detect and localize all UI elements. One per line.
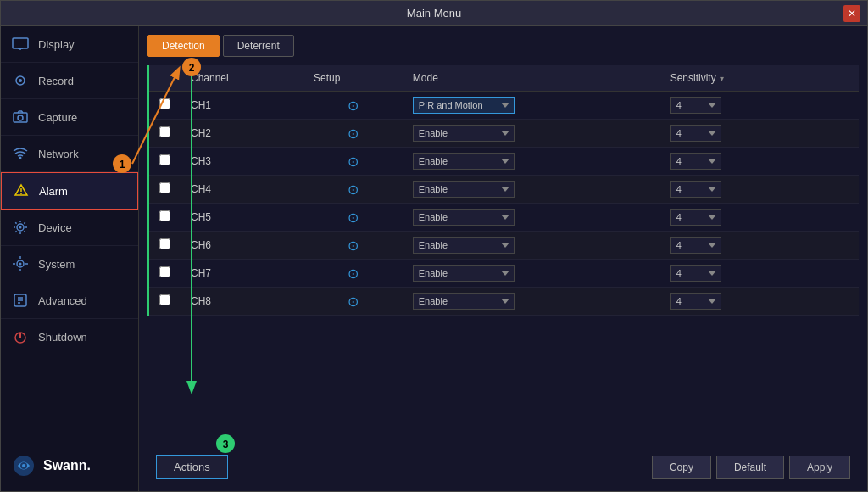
- setup-button-ch7[interactable]: ⊙: [303, 260, 403, 288]
- svg-point-9: [20, 193, 22, 194]
- display-icon: [11, 35, 30, 53]
- col-mode: Mode: [403, 65, 660, 92]
- mode-select-ch5[interactable]: PIR and MotionEnableDisable: [413, 209, 515, 226]
- sensitivity-select-ch1[interactable]: 123456: [670, 97, 721, 114]
- table-row: CH6⊙PIR and MotionEnableDisable123456: [148, 232, 859, 260]
- sidebar-item-advanced[interactable]: Advanced: [1, 282, 138, 319]
- svg-point-7: [19, 157, 22, 159]
- mode-select-ch3[interactable]: PIR and MotionEnableDisable: [413, 153, 515, 170]
- setup-button-ch4[interactable]: ⊙: [303, 176, 403, 204]
- channel-label-ch5: CH5: [181, 204, 303, 232]
- sensitivity-select-ch4[interactable]: 123456: [670, 181, 721, 198]
- extra-cell: [815, 260, 859, 288]
- sidebar-label-shutdown: Shutdown: [38, 331, 87, 344]
- mode-select-ch1[interactable]: PIR and MotionEnableDisable: [413, 97, 515, 114]
- apply-button[interactable]: Apply: [789, 456, 850, 479]
- svg-point-13: [19, 263, 22, 266]
- col-checkbox: [148, 65, 181, 92]
- mode-select-ch7[interactable]: PIR and MotionEnableDisable: [413, 265, 515, 282]
- checkbox-ch5[interactable]: [159, 210, 170, 221]
- sidebar-label-system: System: [38, 258, 75, 271]
- close-button[interactable]: ✕: [843, 5, 860, 22]
- record-icon: [11, 71, 30, 90]
- setup-button-ch5[interactable]: ⊙: [303, 204, 403, 232]
- sensitivity-select-ch2[interactable]: 123456: [670, 125, 721, 142]
- extra-cell: [815, 288, 859, 316]
- table-row: CH3⊙PIR and MotionEnableDisable123456: [148, 148, 859, 176]
- channel-label-ch1: CH1: [181, 92, 303, 120]
- channel-label-ch2: CH2: [181, 120, 303, 148]
- channel-label-ch7: CH7: [181, 260, 303, 288]
- sidebar-item-record[interactable]: Record: [1, 63, 138, 99]
- sensitivity-select-ch7[interactable]: 123456: [670, 265, 721, 282]
- mode-select-ch6[interactable]: PIR and MotionEnableDisable: [413, 237, 515, 254]
- checkbox-ch6[interactable]: [159, 238, 170, 249]
- sensitivity-select-ch5[interactable]: 123456: [670, 209, 721, 226]
- setup-button-ch2[interactable]: ⊙: [303, 120, 403, 148]
- channels-table: Channel Setup Mode Sensitivity ▾: [147, 65, 859, 316]
- advanced-icon: [11, 291, 30, 310]
- extra-cell: [815, 148, 859, 176]
- mode-select-ch4[interactable]: PIR and MotionEnableDisable: [413, 181, 515, 198]
- mode-select-ch8[interactable]: PIR and MotionEnableDisable: [413, 293, 515, 310]
- default-button[interactable]: Default: [716, 456, 784, 479]
- sidebar-item-capture[interactable]: Capture: [1, 99, 138, 136]
- sensitivity-select-ch6[interactable]: 123456: [670, 237, 721, 254]
- checkbox-ch1[interactable]: [159, 98, 170, 109]
- brand-logo: Swann.: [1, 440, 138, 491]
- copy-button[interactable]: Copy: [652, 456, 711, 479]
- actions-button[interactable]: Actions: [156, 455, 228, 479]
- checkbox-ch8[interactable]: [159, 294, 170, 305]
- sidebar-item-shutdown[interactable]: Shutdown: [1, 319, 138, 355]
- table-row: CH1⊙PIR and MotionEnableDisable123456: [148, 92, 859, 120]
- table-row: CH8⊙PIR and MotionEnableDisable123456: [148, 288, 859, 316]
- extra-cell: [815, 120, 859, 148]
- network-icon: [11, 144, 30, 163]
- col-sensitivity: Sensitivity ▾: [660, 65, 816, 92]
- checkbox-ch3[interactable]: [159, 154, 170, 165]
- sidebar-item-display[interactable]: Display: [1, 26, 138, 63]
- sidebar-item-alarm[interactable]: Alarm: [1, 172, 138, 210]
- checkbox-ch4[interactable]: [159, 182, 170, 193]
- extra-cell: [815, 232, 859, 260]
- sidebar-item-device[interactable]: Device: [1, 210, 138, 246]
- sidebar-label-record: Record: [38, 75, 74, 87]
- tab-detection[interactable]: Detection: [147, 35, 220, 57]
- col-setup: Setup: [303, 65, 403, 92]
- sidebar-label-network: Network: [38, 148, 79, 160]
- svg-rect-0: [13, 38, 28, 48]
- table-row: CH4⊙PIR and MotionEnableDisable123456: [148, 176, 859, 204]
- extra-cell: [815, 92, 859, 120]
- setup-button-ch8[interactable]: ⊙: [303, 288, 403, 316]
- svg-point-4: [19, 79, 22, 82]
- channel-label-ch3: CH3: [181, 148, 303, 176]
- table-row: CH7⊙PIR and MotionEnableDisable123456: [148, 260, 859, 288]
- setup-button-ch1[interactable]: ⊙: [303, 92, 403, 120]
- sidebar-label-advanced: Advanced: [38, 294, 87, 307]
- tab-deterrent[interactable]: Deterrent: [223, 35, 294, 57]
- brand-name: Swann.: [43, 458, 91, 473]
- sensitivity-select-ch8[interactable]: 123456: [670, 293, 721, 310]
- sidebar-label-capture: Capture: [38, 111, 77, 124]
- channel-label-ch8: CH8: [181, 288, 303, 316]
- checkbox-ch2[interactable]: [159, 126, 170, 137]
- sidebar-item-network[interactable]: Network: [1, 136, 138, 172]
- capture-icon: [11, 108, 30, 126]
- sensitivity-select-ch3[interactable]: 123456: [670, 153, 721, 170]
- sidebar-item-system[interactable]: System: [1, 246, 138, 282]
- svg-point-6: [18, 115, 23, 120]
- sidebar: Display Record Capture Network: [1, 26, 139, 491]
- table-row: CH2⊙PIR and MotionEnableDisable123456: [148, 120, 859, 148]
- setup-button-ch3[interactable]: ⊙: [303, 148, 403, 176]
- col-extra: [815, 65, 859, 92]
- action-buttons: Copy Default Apply: [652, 456, 850, 479]
- window-title: Main Menu: [407, 7, 461, 20]
- mode-select-ch2[interactable]: PIR and MotionEnableDisable: [413, 125, 515, 142]
- channels-table-container: Channel Setup Mode Sensitivity ▾: [147, 65, 859, 448]
- device-icon: [11, 218, 30, 237]
- main-panel: Detection Deterrent Channel Setup Mode: [139, 26, 867, 491]
- extra-cell: [815, 204, 859, 232]
- checkbox-ch7[interactable]: [159, 266, 170, 277]
- col-channel: Channel: [181, 65, 303, 92]
- setup-button-ch6[interactable]: ⊙: [303, 232, 403, 260]
